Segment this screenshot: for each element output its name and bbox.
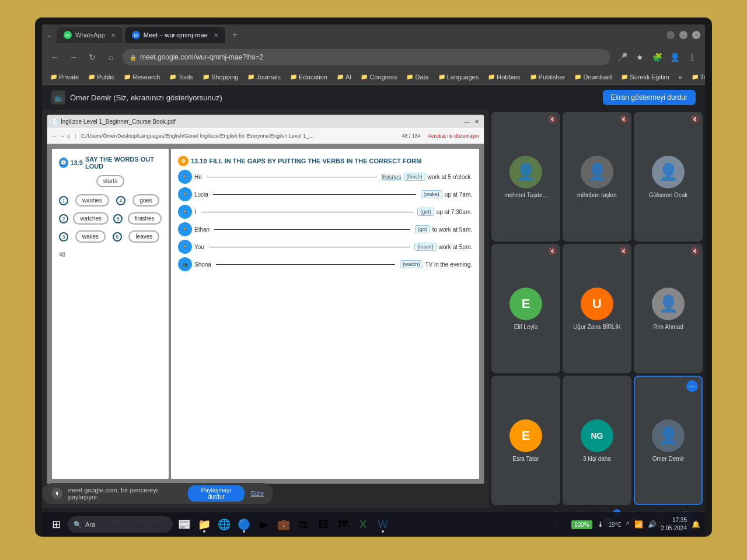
taskbar-widget[interactable]: 📰 [175,515,194,534]
pdf-home[interactable]: ⌂ [67,133,70,139]
taskbar-edge[interactable]: 🌐 [215,515,233,534]
bookmark-shopping[interactable]: 📁 Shopping [199,72,242,82]
chevron-up-icon[interactable]: ^ [626,520,630,528]
taskbar-excel[interactable]: X [354,515,372,534]
pause-sharing-button[interactable]: Paylaşmayı durdur [188,485,245,502]
bookmark-data[interactable]: 📁 Data [403,72,432,82]
taskbar-youtube[interactable]: ▶ [254,515,273,534]
mute-icon-gulseren: 🔇 [691,116,699,123]
taskbar-time: 17:35 [661,516,687,524]
start-button[interactable]: ⊞ [47,515,65,534]
bookmark-hobbies[interactable]: 📁 Hobbies [484,72,523,82]
bookmark-public[interactable]: 📁 Public [85,72,118,82]
pdf-page-info: 48 / 184 [402,133,421,139]
address-bar[interactable]: 🔒 meet.google.com/wur-qmmj-mae?lhs=2 [123,49,610,65]
shared-screen: 📄 İngilizce Level 1_Beginner_Course Book… [42,110,489,508]
excel-icon: X [359,519,366,531]
num-3b: 6 [113,232,122,242]
participants-panel: 👤 mehmet Taşde... 🔇 👤 mihriban taşkın 🔇 [489,110,705,508]
bookmark-tum-yer[interactable]: 📁 Tüm Yer İşaretleri [688,72,705,82]
section-number-right: 13.10 [191,158,207,164]
search-placeholder: Ara [85,521,95,528]
bookmark-education[interactable]: 📁 Education [287,72,331,82]
taskbar-teams[interactable]: 💼 [274,515,293,534]
taskbar-store[interactable]: 🛍 [294,515,313,534]
new-tab-button[interactable]: + [228,30,242,40]
meet-tab-icon: M [132,31,140,39]
tab-meet-close[interactable]: ✕ [214,32,218,38]
maximize-button[interactable]: □ [679,31,687,39]
pdf-left-title: 💬 13.9 SAY THE WORDS OUT LOUD [59,156,162,170]
bookmark-publisher[interactable]: 📁 Publisher [526,72,569,82]
ex-icon-4: 🏃 [178,222,192,236]
folder-icon: 📁 [621,74,628,80]
bookmark-research[interactable]: 📁 Research [120,72,163,82]
search-icon: 🔍 [74,521,82,528]
notification-icon[interactable]: 🔔 [692,520,700,528]
taskbar-word[interactable]: W [374,515,392,534]
bookmark-ai[interactable]: 📁 AI [333,72,355,82]
s5-line [209,247,410,247]
taskbar-explorer[interactable]: 📁 [195,515,214,534]
bookmark-congress[interactable]: 📁 Congress [357,72,400,82]
volume-icon[interactable]: 🔊 [648,520,657,528]
s2-line [213,194,416,195]
bookmark-icon[interactable]: ★ [633,50,647,64]
bookmark-research-label: Research [132,74,160,80]
s2-verb: (wake) [421,190,442,198]
tab-whatsapp[interactable]: W WhatsApp ✕ [57,27,123,43]
hide-sharing-button[interactable]: Gizle [250,491,264,497]
close-button[interactable]: ✕ [692,31,700,39]
pdf-nav-right[interactable]: → [60,133,65,139]
bookmark-more[interactable]: » [675,72,686,82]
taskbar-chrome[interactable]: 🔵 [235,515,253,534]
pdf-close[interactable]: ✕ [474,118,479,125]
pdf-window: 📄 İngilizce Level 1_Beginner_Course Book… [47,114,484,484]
bookmark-private[interactable]: 📁 Private [47,72,82,82]
word-row-1: 1 washes 4 goes [59,192,162,208]
home-button[interactable]: ⌂ [104,50,118,64]
tab-meet[interactable]: M Meet – wur-qmmj-mae ✕ [125,27,225,43]
bookmark-download[interactable]: 📁 Download [571,72,615,82]
participant-mihriban[interactable]: 👤 mihriban taşkın 🔇 [563,112,631,242]
tab-whatsapp-close[interactable]: ✕ [111,32,116,38]
num-1b: 4 [116,196,125,205]
more-icon[interactable]: ⋮ [685,50,699,64]
section-icon: 💬 [59,158,68,168]
section-icon-right: ⚙ [178,156,189,166]
reload-button[interactable]: ↻ [85,50,99,64]
taskbar-maps[interactable]: 🗺 [334,515,352,534]
back-button[interactable]: ← [48,50,62,64]
folder-icon: 📁 [247,74,254,80]
taskbar-search[interactable]: 🔍 Ara [68,516,173,533]
bookmark-tools[interactable]: 📁 Tools [166,72,197,82]
sentence-3: 🏃 I (get) up at 7:30am. [178,205,472,219]
more-options-omer[interactable]: ⋯ [686,380,698,392]
extensions-icon[interactable]: 🧩 [650,50,664,64]
stop-sharing-button[interactable]: Ekran göstermeyi durdur [603,90,696,105]
profile-icon[interactable]: 👤 [668,50,682,64]
minimize-button[interactable]: — [666,31,675,39]
participant-gulseren[interactable]: 👤 Gülseren Ocak 🔇 [634,112,703,242]
s6-verb: (watch) [400,260,423,268]
participant-ugur[interactable]: U Uğur Zana BİRLİK 🔇 [563,244,631,373]
participant-3kisi[interactable]: NG 3 kişi daha [563,376,631,505]
mic-toolbar-icon[interactable]: 🎤 [615,50,629,64]
chrome-toolbar: ← → ↻ ⌂ 🔒 meet.google.com/wur-qmmj-mae?l… [42,46,705,69]
avatar-esra: E [509,419,542,452]
participant-esra[interactable]: E Esra Tatar [491,376,560,505]
participant-omer[interactable]: 👤 Ömer Demir ⋯ [634,376,703,505]
forward-button[interactable]: → [67,50,81,64]
window-controls: — □ ✕ [666,31,700,39]
bookmark-journals[interactable]: 📁 Journals [244,72,284,82]
pdf-nav-left[interactable]: ← [52,133,57,139]
bookmark-surekli[interactable]: 📁 Sürekli Eğitim [617,72,672,82]
pdf-acrobat-btn[interactable]: Acrobat ile düzenleyin [428,133,479,139]
bookmark-languages[interactable]: 📁 Languages [435,72,482,82]
participant-mehmet[interactable]: 👤 mehmet Taşde... 🔇 [491,112,560,242]
bookmark-journals-label: Journals [256,74,281,80]
participant-elif[interactable]: E Elif Leyla 🔇 [491,244,560,373]
taskbar-photos[interactable]: 🖼 [314,515,333,534]
pdf-minimize[interactable]: — [464,118,470,125]
participant-rim[interactable]: 👤 Rim Ahmad 🔇 [634,244,703,373]
